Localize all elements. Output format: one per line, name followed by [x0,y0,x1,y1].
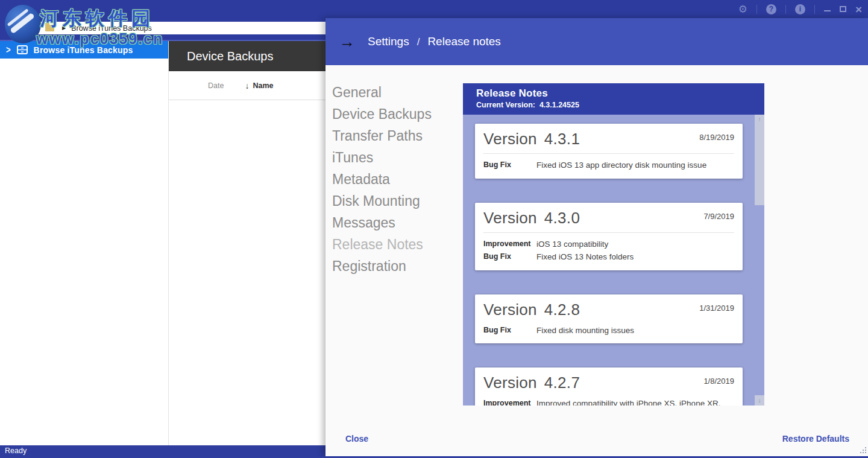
release-version: 4.3.1 [544,130,580,148]
titlebar: ⚙ ? i × [0,0,868,18]
release-note-row: ImprovementiOS 13 compatibility [483,240,734,249]
note-type: Bug Fix [483,161,536,170]
chevron-right-icon[interactable]: > [6,44,11,56]
settings-nav-item[interactable]: Device Backups [332,103,432,125]
column-header-name-label: Name [253,81,273,90]
release-card-head: Version4.3.1 8/19/2019 [483,130,734,148]
note-type: Improvement [483,240,536,249]
release-date: 8/19/2019 [699,133,734,142]
release-card-head: Version4.2.8 1/31/2019 [483,301,734,319]
release-card-title: Version4.2.8 [483,301,580,319]
note-text: Fixed disk mounting issues [536,326,634,336]
close-icon[interactable]: × [855,4,862,15]
release-list: Version4.3.1 8/19/2019 Bug FixFixed iOS … [463,115,764,406]
release-notes-panel: Release Notes Current Version: 4.3.1.245… [463,83,764,406]
current-version-label: Current Version: [476,101,535,109]
breadcrumb-slash: / [417,36,420,48]
settings-nav-item[interactable]: Messages [332,212,432,234]
settings-nav-item[interactable]: Metadata [332,168,432,190]
sort-descending-icon: ↓ [245,81,249,91]
release-card: Version4.3.0 7/9/2019 ImprovementiOS 13 … [475,203,743,270]
settings-subtitle: Release notes [427,35,500,48]
resize-grip[interactable] [859,446,866,453]
release-card: Version4.2.8 1/31/2019 Bug FixFixed disk… [475,294,743,344]
release-card: Version4.2.7 1/8/2019 ImprovementImprove… [475,367,743,406]
device-backups-panel: Device Backups Date ↓ Name [169,41,326,445]
release-notes-rows: Bug FixFixed iOS 13 app directory disk m… [483,161,734,170]
release-note-row: Bug FixFixed disk mounting issues [483,326,734,336]
breadcrumb-label[interactable]: Browse iTunes Backups [71,24,152,33]
settings-footer: Close Restore Defaults [326,421,868,456]
release-note-row: Bug FixFixed iOS 13 Notes folders [483,252,734,262]
column-header-name[interactable]: ↓ Name [245,81,273,91]
release-version-label: Version [483,130,537,148]
settings-title: Settings [368,35,409,48]
settings-nav-item[interactable]: Registration [332,255,432,277]
titlebar-separator [785,5,786,14]
status-text: Ready [5,447,27,455]
column-header-date[interactable]: Date [208,81,224,90]
note-text: iOS 13 compatibility [536,240,608,249]
breadcrumb-expander-icon[interactable]: ▶ [62,25,66,31]
note-text: Improved compatibility with iPhone XS, i… [536,399,734,406]
sidebar: > Browse iTunes Backups [0,41,169,445]
info-icon[interactable]: i [795,4,805,14]
release-date: 1/8/2019 [703,377,734,386]
release-note-row: ImprovementImproved compatibility with i… [483,399,734,406]
titlebar-separator [756,5,757,14]
release-card-head: Version4.2.7 1/8/2019 [483,374,734,392]
settings-dialog: → Settings / Release notes GeneralDevice… [326,18,868,456]
release-version: 4.2.7 [544,374,580,392]
release-version: 4.3.0 [544,209,580,227]
release-note-row: Bug FixFixed iOS 13 app directory disk m… [483,161,734,170]
close-button[interactable]: Close [345,434,368,444]
settings-nav-item[interactable]: Disk Mounting [332,190,432,212]
scroll-down-icon[interactable]: ↓ [755,395,764,406]
folder-icon [45,25,54,31]
sidebar-item-browse-itunes-backups[interactable]: > Browse iTunes Backups [0,41,168,59]
release-version-label: Version [483,301,537,319]
back-arrow-icon[interactable]: → [339,34,355,49]
release-divider [483,232,734,233]
release-version-label: Version [483,374,537,392]
note-text: Fixed iOS 13 Notes folders [536,252,634,262]
settings-nav-item[interactable]: General [332,81,432,103]
release-notes-body: Version4.3.1 8/19/2019 Bug FixFixed iOS … [463,115,764,406]
sidebar-item-label: Browse iTunes Backups [34,45,133,55]
scroll-up-icon[interactable]: ↑ [755,116,764,122]
release-card-title: Version4.2.7 [483,374,580,392]
scrollbar-thumb[interactable]: ↑ [755,115,764,205]
note-type: Bug Fix [483,326,536,336]
release-notes-header: Release Notes Current Version: 4.3.1.245… [463,83,764,115]
release-notes-title: Release Notes [476,87,764,100]
note-type: Bug Fix [483,252,536,262]
settings-nav: GeneralDevice BackupsTransfer PathsiTune… [332,81,432,277]
restore-defaults-button[interactable]: Restore Defaults [782,434,849,444]
app-window: ⚙ ? i × ▶ Browse iTunes Backups > [0,0,868,458]
settings-nav-item[interactable]: Release Notes [332,234,432,255]
settings-header: → Settings / Release notes [326,18,868,65]
release-card-head: Version4.3.0 7/9/2019 [483,209,734,227]
breadcrumb[interactable]: ▶ Browse iTunes Backups [37,22,326,34]
release-card: Version4.3.1 8/19/2019 Bug FixFixed iOS … [475,124,743,179]
release-date: 7/9/2019 [703,212,734,221]
settings-nav-item[interactable]: iTunes [332,147,432,168]
release-version: 4.2.8 [544,301,580,319]
table-header: Date ↓ Name [169,71,326,100]
release-notes-rows: ImprovementImproved compatibility with i… [483,399,734,406]
maximize-icon[interactable] [840,6,846,12]
settings-nav-item[interactable]: Transfer Paths [332,125,432,147]
release-notes-rows: Bug FixFixed disk mounting issues [483,326,734,336]
status-bar: Ready [0,445,326,456]
backups-drawer-icon [17,45,28,54]
settings-gear-icon[interactable]: ⚙ [738,4,747,14]
device-backups-title: Device Backups [169,41,326,71]
release-date: 1/31/2019 [699,304,734,313]
release-card-title: Version4.3.1 [483,130,580,148]
help-icon[interactable]: ? [766,4,776,14]
minimize-icon[interactable] [824,10,831,11]
note-type: Improvement [483,399,536,406]
note-text: Fixed iOS 13 app directory disk mounting… [536,161,706,170]
scrollbar[interactable]: ↑ ↓ [755,115,764,406]
release-version-label: Version [483,209,537,227]
